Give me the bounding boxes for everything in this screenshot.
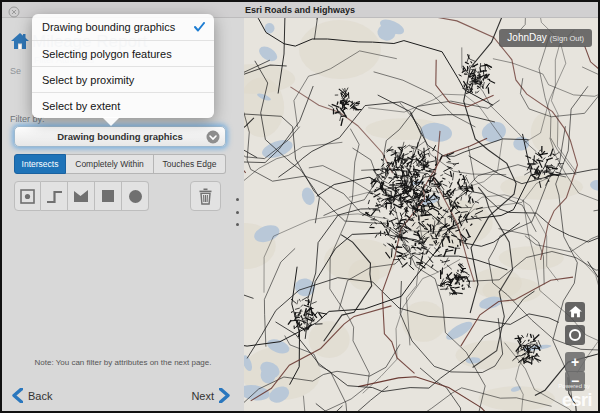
menu-item-selecting-polygon-features[interactable]: Selecting polygon features (32, 40, 214, 66)
map-canvas[interactable] (244, 18, 598, 411)
menu-callout-arrow (102, 117, 120, 126)
menu-item-label: Select by proximity (42, 74, 134, 86)
polygon-icon (72, 188, 90, 204)
chevron-left-icon (12, 388, 23, 403)
user-sign-out-button[interactable]: JohnDay (Sign Out) (499, 29, 592, 47)
map-container: JohnDay (Sign Out) + − Powered by esri (244, 18, 598, 411)
draw-rectangle-button[interactable] (95, 181, 122, 211)
sign-out-label: (Sign Out) (550, 34, 584, 43)
map-home-button[interactable] (565, 302, 585, 322)
clear-graphics-button[interactable] (190, 181, 221, 211)
draw-circle-button[interactable] (122, 181, 149, 211)
zoom-in-button[interactable]: + (565, 352, 585, 372)
spatial-relation-tabs: Intersects Completely Within Touches Edg… (14, 154, 226, 174)
next-button[interactable]: Next (191, 388, 230, 403)
home-icon[interactable] (10, 31, 30, 51)
checkmark-icon (194, 22, 205, 32)
powered-by-label: Powered by (558, 383, 590, 389)
menu-item-drawing-bounding-graphics[interactable]: Drawing bounding graphics (32, 14, 214, 40)
menu-item-label: Drawing bounding graphics (42, 21, 175, 33)
point-icon (19, 188, 36, 205)
tab-intersects[interactable]: Intersects (14, 154, 66, 174)
menu-item-label: Select by extent (42, 100, 120, 112)
polyline-icon (45, 188, 64, 205)
filter-note: Note: You can filter by attributes on th… (2, 358, 244, 367)
chevron-right-icon (219, 388, 230, 403)
menu-item-select-by-proximity[interactable]: Select by proximity (32, 66, 214, 92)
esri-logo: esri (562, 390, 592, 411)
selection-method-menu: Drawing bounding graphics Selecting poly… (32, 14, 214, 118)
locate-icon (568, 328, 582, 342)
covered-text-fragment: Se (10, 66, 21, 76)
draw-line-button[interactable] (41, 181, 68, 211)
close-icon[interactable] (8, 4, 20, 16)
draw-point-button[interactable] (14, 181, 41, 211)
rectangle-icon (101, 189, 115, 203)
next-label: Next (191, 390, 214, 402)
circle-icon (128, 189, 143, 204)
back-button[interactable]: Back (12, 388, 52, 403)
map-locate-button[interactable] (565, 325, 585, 345)
draw-tools-group (14, 181, 149, 211)
app-window: Esri Roads and Highways Mileage Report F… (0, 0, 600, 413)
selection-method-value: Drawing bounding graphics (57, 131, 183, 142)
panel-resize-handle[interactable] (233, 198, 241, 226)
map-home-icon (569, 306, 582, 318)
draw-polygon-button[interactable] (68, 181, 95, 211)
menu-item-select-by-extent[interactable]: Select by extent (32, 92, 214, 118)
tab-touches-edge[interactable]: Touches Edge (154, 154, 226, 174)
menu-item-label: Selecting polygon features (42, 48, 172, 60)
selection-method-select[interactable]: Drawing bounding graphics (14, 126, 226, 147)
trash-icon (198, 188, 213, 205)
app-title: Esri Roads and Highways (245, 5, 355, 15)
back-label: Back (28, 390, 52, 402)
tab-completely-within[interactable]: Completely Within (66, 154, 154, 174)
chevron-down-icon (206, 130, 220, 144)
user-name: JohnDay (507, 32, 546, 43)
